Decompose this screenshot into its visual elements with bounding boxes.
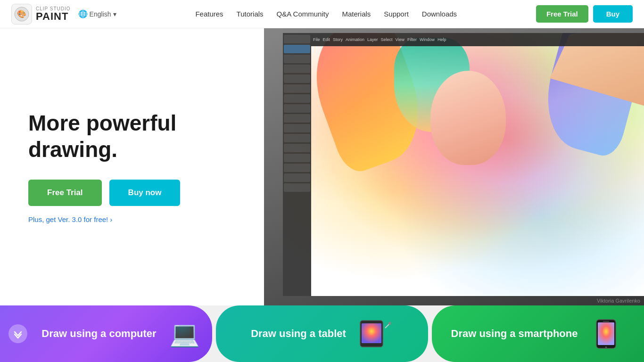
hero-title: More powerful drawing. (28, 110, 236, 162)
svg-rect-11 (603, 321, 609, 322)
version-link[interactable]: Plus, get Ver. 3.0 for free! › (28, 215, 236, 223)
computer-device-image: 💻 (166, 320, 204, 348)
computer-card-label: Draw using a computer (41, 328, 156, 340)
tool-item-active (284, 45, 310, 53)
menu-filter: Filter (407, 37, 417, 42)
bottom-card-smartphone[interactable]: Draw using a smartphone (432, 305, 644, 362)
tool-item (284, 74, 310, 83)
menu-edit: Edit (323, 37, 330, 42)
tablet-device-image (355, 320, 393, 348)
tool-item (284, 104, 310, 113)
main-content: More powerful drawing. Free Trial Buy no… (0, 28, 644, 305)
header: 🎨 CLIP STUDIO PAINT 🌐 English ▾ Features… (0, 0, 644, 28)
menu-view: View (396, 37, 405, 42)
svg-point-10 (605, 346, 607, 348)
nav-support[interactable]: Support (384, 10, 409, 18)
tablet-screen: File Edit Story Animation Layer Select V… (283, 33, 644, 296)
svg-rect-9 (598, 322, 614, 345)
chevron-right-icon: › (110, 215, 112, 223)
version-link-label: Plus, get Ver. 3.0 for free! (28, 215, 108, 223)
smartphone-device-image (587, 320, 625, 348)
header-free-trial-button[interactable]: Free Trial (536, 5, 588, 23)
software-toolbar (283, 33, 311, 296)
computer-chevron-icon (8, 324, 27, 343)
language-selector[interactable]: 🌐 English ▾ (78, 9, 116, 18)
tool-item (284, 114, 310, 123)
hero-left: More powerful drawing. Free Trial Buy no… (0, 28, 264, 305)
language-label: English (90, 10, 111, 18)
chevron-down-icon: ▾ (113, 10, 116, 18)
tool-item (284, 154, 310, 162)
tool-item (284, 164, 310, 172)
header-buttons: Free Trial Buy (536, 5, 633, 23)
nav-qa-community[interactable]: Q&A Community (277, 10, 329, 18)
hero-right: File Edit Story Animation Layer Select V… (264, 28, 644, 305)
menu-select: Select (381, 37, 393, 42)
main-nav: Features Tutorials Q&A Community Materia… (195, 10, 457, 18)
tool-item (284, 35, 310, 43)
menu-layer: Layer (367, 37, 378, 42)
smartphone-card-label: Draw using a smartphone (451, 328, 578, 340)
software-menu-bar: File Edit Story Animation Layer Select V… (311, 33, 644, 46)
hero-free-trial-button[interactable]: Free Trial (28, 180, 102, 206)
svg-rect-4 (362, 323, 381, 343)
bottom-card-tablet[interactable]: Draw using a tablet (216, 305, 428, 362)
menu-animation: Animation (346, 37, 364, 42)
tablet-card-label: Draw using a tablet (251, 328, 346, 340)
header-left: 🎨 CLIP STUDIO PAINT 🌐 English ▾ (11, 4, 116, 25)
menu-window: Window (420, 37, 435, 42)
character-face (430, 71, 506, 165)
hero-buttons: Free Trial Buy now (28, 180, 236, 206)
svg-text:🎨: 🎨 (17, 9, 26, 18)
tablet-mockup: File Edit Story Animation Layer Select V… (264, 28, 644, 305)
tool-item (284, 55, 310, 63)
logo-icon: 🎨 (11, 4, 32, 25)
tool-item (284, 144, 310, 152)
nav-downloads[interactable]: Downloads (422, 10, 457, 18)
nav-materials[interactable]: Materials (342, 10, 371, 18)
tool-item (284, 173, 310, 182)
tool-item (284, 134, 310, 142)
tool-item (284, 94, 310, 103)
menu-story: Story (333, 37, 343, 42)
logo-text: CLIP STUDIO PAINT (36, 7, 71, 22)
nav-features[interactable]: Features (195, 10, 223, 18)
tool-item (284, 124, 310, 132)
menu-help: Help (438, 37, 446, 42)
nav-tutorials[interactable]: Tutorials (237, 10, 264, 18)
tool-item (284, 84, 310, 93)
bottom-card-computer[interactable]: Draw using a computer 💻 (0, 305, 212, 362)
menu-file: File (313, 37, 320, 42)
hero-buy-now-button[interactable]: Buy now (109, 180, 181, 206)
header-buy-button[interactable]: Buy (593, 5, 633, 23)
logo-paint-text: PAINT (36, 11, 71, 22)
tool-item (284, 65, 310, 73)
logo[interactable]: 🎨 CLIP STUDIO PAINT (11, 4, 71, 25)
artist-credit: Viktoria Gavrilenko (597, 298, 640, 305)
globe-icon: 🌐 (78, 9, 88, 18)
bottom-section: Draw using a computer 💻 Draw using a tab… (0, 305, 644, 362)
tool-item (284, 183, 310, 192)
